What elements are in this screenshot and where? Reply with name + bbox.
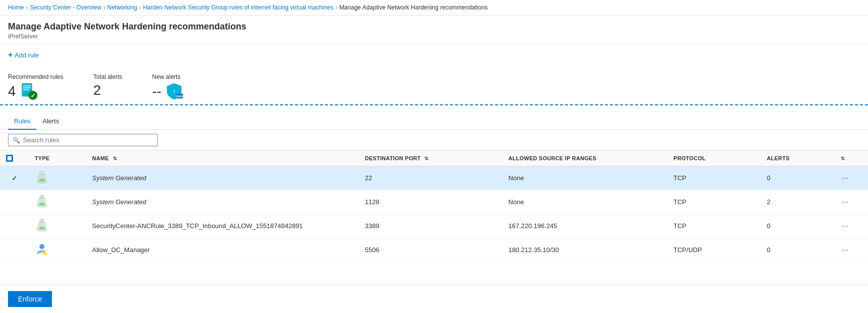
- stat-total-alerts: Total alerts 2: [93, 73, 122, 98]
- svg-point-10: [39, 179, 45, 182]
- breadcrumb-home[interactable]: Home: [8, 4, 24, 11]
- tab-alerts[interactable]: Alerts: [36, 113, 65, 130]
- table-row[interactable]: System Generated 1128 None TCP 2 ···: [0, 190, 868, 214]
- total-alerts-label: Total alerts: [93, 73, 122, 80]
- row4-action: ···: [833, 238, 868, 262]
- row3-action: ···: [833, 214, 868, 238]
- tab-rules[interactable]: Rules: [8, 113, 36, 130]
- total-alerts-value: 2: [93, 82, 101, 98]
- flask-icon: [35, 194, 49, 208]
- table-row[interactable]: SecurityCenter-ANCRule_3389_TCP_Inbound_…: [0, 214, 868, 238]
- flask-icon: [35, 170, 49, 184]
- col-name: NAME ⇅: [86, 151, 359, 166]
- col-alerts: ALERTS: [761, 151, 833, 166]
- col-dest-sort-icon[interactable]: ⇅: [424, 156, 428, 161]
- col-check: [0, 151, 29, 166]
- row4-name: Allow_DC_Manager: [86, 238, 359, 262]
- col-dest-port: DESTINATION PORT ⇅: [359, 151, 503, 166]
- row3-type: [29, 214, 86, 238]
- breadcrumb-security-center[interactable]: Security Center - Overview: [30, 4, 101, 11]
- row2-check: [0, 190, 29, 214]
- page-header: Manage Adaptive Network Hardening recomm…: [0, 15, 868, 44]
- row3-ellipsis-button[interactable]: ···: [839, 221, 851, 232]
- row3-name: SecurityCenter-ANCRule_3389_TCP_Inbound_…: [86, 214, 359, 238]
- select-all-checkbox[interactable]: [6, 155, 13, 162]
- col-action: ⇅: [833, 151, 868, 166]
- svg-text:✓: ✓: [30, 92, 35, 99]
- col-name-label: NAME: [92, 155, 109, 161]
- new-alerts-label: New alerts: [152, 73, 184, 80]
- col-name-sort-icon[interactable]: ⇅: [113, 156, 117, 161]
- row1-protocol: TCP: [667, 166, 761, 190]
- toolbar: + Add rule: [0, 44, 868, 65]
- svg-rect-11: [40, 195, 44, 198]
- enforce-button[interactable]: Enforce: [8, 291, 52, 307]
- row2-dest-port: 1128: [359, 190, 503, 214]
- breadcrumb: Home › Security Center - Overview › Netw…: [0, 0, 868, 15]
- row1-alerts: 0: [761, 166, 833, 190]
- breadcrumb-sep-1: ›: [26, 4, 28, 10]
- col-action-sort-icon[interactable]: ⇅: [841, 156, 845, 161]
- new-alerts-icon: ! NEW: [165, 82, 183, 100]
- svg-point-12: [39, 203, 45, 206]
- row2-ellipsis-button[interactable]: ···: [839, 197, 851, 208]
- row1-type: [29, 166, 86, 190]
- col-type: TYPE: [29, 151, 86, 166]
- svg-marker-17: [41, 254, 43, 255]
- table-wrap: TYPE NAME ⇅ DESTINATION PORT ⇅ ALLOWED S…: [0, 151, 868, 262]
- svg-rect-1: [23, 85, 31, 86]
- row1-checkmark: ✓: [11, 174, 17, 182]
- row4-dest-port: 5506: [359, 238, 503, 262]
- row2-type: [29, 190, 86, 214]
- row1-allowed-source: None: [503, 166, 668, 190]
- svg-rect-13: [40, 219, 44, 222]
- col-dest-label: DESTINATION PORT: [365, 155, 421, 161]
- tabs: Rules Alerts: [0, 113, 868, 130]
- row4-type: [29, 238, 86, 262]
- breadcrumb-sep-2: ›: [103, 4, 105, 10]
- breadcrumb-sep-3: ›: [139, 4, 141, 10]
- row1-action: ···: [833, 166, 868, 190]
- svg-point-14: [39, 227, 45, 230]
- flask-icon: [35, 218, 49, 232]
- search-input[interactable]: [23, 136, 153, 144]
- row4-alerts: 0: [761, 238, 833, 262]
- add-rule-button[interactable]: + Add rule: [8, 48, 39, 61]
- search-input-wrap: 🔍: [8, 134, 158, 146]
- row3-alerts: 0: [761, 214, 833, 238]
- row1-ellipsis-button[interactable]: ···: [839, 173, 851, 184]
- person-edit-icon: [35, 242, 49, 256]
- svg-rect-3: [23, 89, 29, 90]
- rules-table: TYPE NAME ⇅ DESTINATION PORT ⇅ ALLOWED S…: [0, 151, 868, 262]
- page: Home › Security Center - Overview › Netw…: [0, 0, 868, 313]
- breadcrumb-current: Manage Adaptive Network Hardening recomm…: [339, 4, 488, 11]
- row3-dest-port: 3389: [359, 214, 503, 238]
- page-title: Manage Adaptive Network Hardening recomm…: [8, 21, 860, 32]
- breadcrumb-networking[interactable]: Networking: [107, 4, 137, 11]
- row4-protocol: TCP/UDP: [667, 238, 761, 262]
- row2-name: System Generated: [86, 190, 359, 214]
- row3-allowed-source: 167.220.196.245: [503, 214, 668, 238]
- row2-protocol: TCP: [667, 190, 761, 214]
- row4-ellipsis-button[interactable]: ···: [839, 245, 851, 256]
- table-row[interactable]: ✓ System Generated 22 None TCP: [0, 166, 868, 190]
- svg-text:!: !: [174, 88, 175, 94]
- plus-icon: +: [8, 50, 12, 59]
- breadcrumb-harden[interactable]: Harden Network Security Group rules of i…: [143, 4, 333, 11]
- svg-rect-9: [40, 171, 44, 174]
- search-bar: 🔍: [0, 130, 868, 151]
- new-alerts-value: --: [152, 83, 162, 99]
- row2-allowed-source: None: [503, 190, 668, 214]
- col-allowed-source: ALLOWED SOURCE IP RANGES: [503, 151, 668, 166]
- row4-check: [0, 238, 29, 262]
- table-row[interactable]: Allow_DC_Manager 5506 180.212.35.10/30 T…: [0, 238, 868, 262]
- table-header-row: TYPE NAME ⇅ DESTINATION PORT ⇅ ALLOWED S…: [0, 151, 868, 166]
- row1-name: System Generated: [86, 166, 359, 190]
- row4-allowed-source: 180.212.35.10/30: [503, 238, 668, 262]
- stats-section: Recommended rules 4 ✓: [0, 65, 868, 105]
- svg-rect-2: [23, 87, 31, 88]
- row3-protocol: TCP: [667, 214, 761, 238]
- add-rule-label: Add rule: [14, 51, 38, 59]
- recommended-rules-icon: ✓: [20, 82, 38, 100]
- search-icon: 🔍: [12, 137, 20, 144]
